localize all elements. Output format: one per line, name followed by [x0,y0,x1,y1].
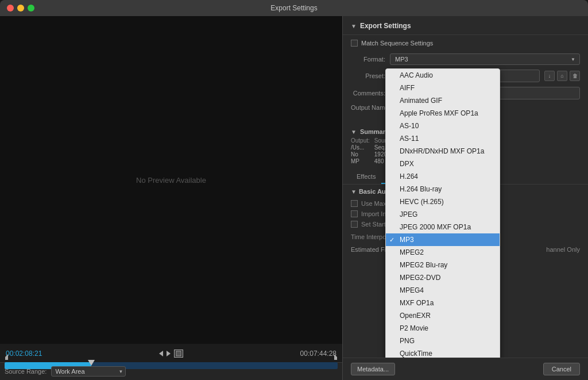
preset-icons: ↓ ⌂ 🗑 [544,71,580,81]
title-bar: Export Settings [0,0,588,16]
preset-label: Preset: [351,72,385,79]
summary-output-mp: MP [351,158,370,164]
format-option-aiff[interactable]: AIFF [386,82,500,94]
summary-title: Summary [360,128,389,135]
format-option-h264-bluray[interactable]: H.264 Blu-ray [386,183,500,195]
format-dropdown-menu[interactable]: AAC Audio AIFF Animated GIF Apple ProRes… [385,68,500,358]
preset-save-icon[interactable]: ↓ [544,71,555,81]
window-title: Export Settings [270,4,317,12]
format-option-mpeg2-dvd[interactable]: MPEG2-DVD [386,271,500,284]
right-panel-inner: ▼ Export Settings Match Sequence Setting… [343,16,588,358]
window-controls [7,5,34,11]
format-option-as10[interactable]: AS-10 [386,120,500,132]
format-option-jpeg2000[interactable]: JPEG 2000 MXF OP1a [386,221,500,233]
format-option-dpx[interactable]: DPX [386,158,500,170]
format-option-mpeg4[interactable]: MPEG4 [386,284,500,297]
export-settings-title: Export Settings [360,22,411,30]
summary-output-path: /Us... [351,144,370,151]
format-option-openexr[interactable]: OpenEXR [386,309,500,322]
time-left: 00:02:08:21 [6,350,42,358]
match-sequence-checkbox[interactable] [351,40,358,47]
format-option-jpeg[interactable]: JPEG [386,208,500,221]
format-label: Format: [351,56,385,63]
close-button[interactable] [7,5,14,11]
in-point [5,354,8,360]
format-option-aac-audio[interactable]: AAC Audio [386,69,500,82]
source-range-wrapper[interactable]: Work Area Entire Sequence Custom [51,366,126,377]
no-preview-label: No Preview Available [136,176,206,185]
format-option-apple-prores[interactable]: Apple ProRes MXF OP1a [386,107,500,120]
summary-output-label: Output: [351,137,370,144]
timeline-area: 00:02:08:21 00:07:44:28 [0,344,342,362]
format-row-wrapper: Format: MP3 ▼ AAC Audio AIFF Animated GI… [343,51,588,67]
right-panel: ▼ Export Settings Match Sequence Setting… [343,16,588,380]
use-max-render-checkbox[interactable] [351,200,358,207]
basic-audio-arrow[interactable]: ▼ [351,189,357,195]
scrubber-handle[interactable] [88,360,95,366]
summary-output-col: Output: /Us... No MP [351,137,370,164]
format-dropdown-wrapper[interactable]: MP3 ▼ [390,53,580,65]
preview-area: No Preview Available [0,16,342,344]
source-range-select[interactable]: Work Area Entire Sequence Custom [51,366,126,377]
import-project-checkbox[interactable] [351,210,358,217]
format-row: Format: MP3 ▼ [343,51,588,67]
play-forward-button[interactable] [167,351,171,356]
metadata-button[interactable]: Metadata... [351,363,395,375]
tab-effects[interactable]: Effects [351,170,381,184]
format-option-mpeg2[interactable]: MPEG2 [386,246,500,259]
filmstrip-icon[interactable] [174,350,183,358]
minimize-button[interactable] [17,5,24,11]
set-start-timecode-checkbox[interactable] [351,221,358,228]
summary-arrow[interactable]: ▼ [351,129,357,135]
bottom-buttons: Metadata... Cancel [343,358,588,380]
format-option-hevc[interactable]: HEVC (H.265) [386,195,500,208]
match-sequence-label: Match Sequence Settings [361,40,433,47]
preset-delete-icon[interactable]: 🗑 [570,71,580,81]
format-option-mpeg2-bluray[interactable]: MPEG2 Blu-ray [386,259,500,271]
format-option-mxf-op1a[interactable]: MXF OP1a [386,297,500,309]
time-right: 00:07:44:28 [300,350,336,358]
out-point [334,354,337,360]
maximize-button[interactable] [28,5,34,11]
summary-output-no: No [351,151,370,158]
play-back-button[interactable] [159,351,163,356]
export-settings-header: ▼ Export Settings [343,16,588,35]
format-option-png[interactable]: PNG [386,335,500,347]
format-option-p2-movie[interactable]: P2 Movie [386,322,500,335]
svg-rect-1 [177,352,180,355]
channel-only-label: hannel Only [546,246,580,253]
cancel-button[interactable]: Cancel [543,363,580,375]
format-option-mp3[interactable]: MP3 [386,233,500,246]
output-name-label: Output Name: [351,104,390,111]
preset-folder-icon[interactable]: ⌂ [557,71,567,81]
export-settings-arrow[interactable]: ▼ [351,23,357,29]
comments-label: Comments: [351,90,385,97]
format-option-quicktime[interactable]: QuickTime [386,347,500,358]
left-panel: No Preview Available 00:02:08:21 00:07:4… [0,16,343,380]
format-option-as11[interactable]: AS-11 [386,132,500,145]
match-sequence-row: Match Sequence Settings [343,35,588,51]
main-container: No Preview Available 00:02:08:21 00:07:4… [0,16,588,380]
format-option-dnxhr[interactable]: DNxHR/DNxHD MXF OP1a [386,145,500,158]
format-option-h264[interactable]: H.264 [386,170,500,183]
format-dropdown-display[interactable]: MP3 [390,53,580,65]
format-option-animated-gif[interactable]: Animated GIF [386,94,500,107]
